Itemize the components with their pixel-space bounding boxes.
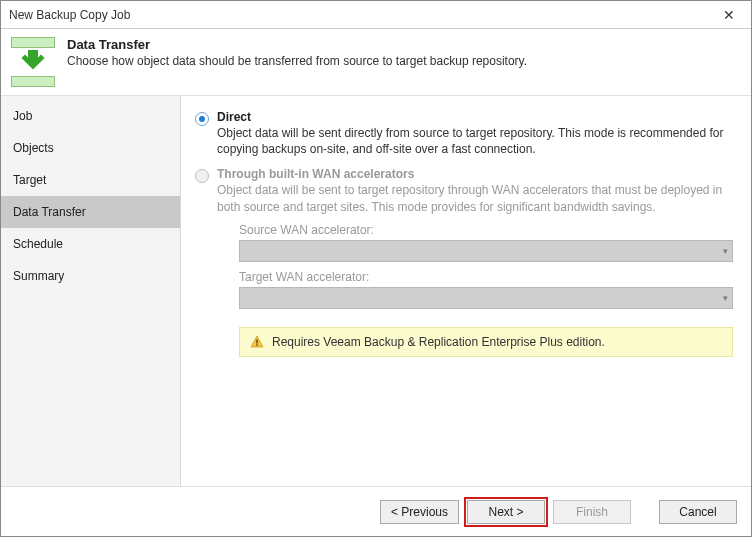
svg-rect-1 [256,344,257,345]
header-text: Data Transfer Choose how object data sho… [67,37,527,68]
option-direct[interactable]: Direct Object data will be sent directly… [195,110,733,157]
wizard-footer: < Previous Next > Finish Cancel [1,486,751,536]
source-wan-label: Source WAN accelerator: [239,223,733,237]
wizard-steps: Job Objects Target Data Transfer Schedul… [1,96,181,486]
cancel-button[interactable]: Cancel [659,500,737,524]
warning-banner: Requires Veeam Backup & Replication Ente… [239,327,733,357]
warning-icon [250,335,264,349]
content-pane: Direct Object data will be sent directly… [181,96,751,486]
close-icon[interactable]: ✕ [715,5,743,25]
step-target[interactable]: Target [1,164,180,196]
radio-wan [195,169,209,183]
radio-direct[interactable] [195,112,209,126]
target-wan-select: ▾ [239,287,733,309]
window-title: New Backup Copy Job [9,8,715,22]
source-wan-select: ▾ [239,240,733,262]
chevron-down-icon: ▾ [723,246,728,256]
wizard-window: New Backup Copy Job ✕ Data Transfer Choo… [0,0,752,537]
step-schedule[interactable]: Schedule [1,228,180,260]
option-wan-desc: Object data will be sent to target repos… [217,182,733,214]
warning-text: Requires Veeam Backup & Replication Ente… [272,335,605,349]
option-wan-title: Through built-in WAN accelerators [217,167,733,181]
step-summary[interactable]: Summary [1,260,180,292]
option-direct-desc: Object data will be sent directly from s… [217,125,733,157]
page-subtitle: Choose how object data should be transfe… [67,54,527,68]
option-wan: Through built-in WAN accelerators Object… [195,167,733,356]
titlebar: New Backup Copy Job ✕ [1,1,751,29]
previous-button[interactable]: < Previous [380,500,459,524]
wizard-header: Data Transfer Choose how object data sho… [1,29,751,95]
step-job[interactable]: Job [1,100,180,132]
step-data-transfer[interactable]: Data Transfer [1,196,180,228]
next-button[interactable]: Next > [467,500,545,524]
option-direct-title: Direct [217,110,733,124]
chevron-down-icon: ▾ [723,293,728,303]
finish-button: Finish [553,500,631,524]
page-title: Data Transfer [67,37,527,52]
data-transfer-icon [9,37,57,87]
step-objects[interactable]: Objects [1,132,180,164]
svg-rect-0 [256,339,257,343]
target-wan-label: Target WAN accelerator: [239,270,733,284]
